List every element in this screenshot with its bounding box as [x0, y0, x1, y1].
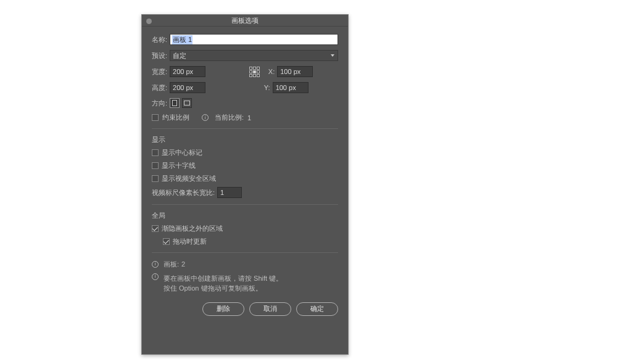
name-label: 名称:	[152, 35, 167, 44]
height-input[interactable]	[170, 82, 205, 93]
orientation-landscape-button[interactable]	[182, 98, 192, 108]
pixel-ratio-input[interactable]	[217, 187, 242, 198]
divider	[152, 128, 338, 129]
show-crosshairs-checkbox[interactable]	[152, 162, 159, 169]
cancel-button[interactable]: 取消	[249, 302, 291, 316]
reference-point-grid[interactable]	[249, 67, 260, 77]
hint-line-1: 要在画板中创建新画板，请按 Shift 键。	[164, 273, 283, 284]
reference-point-center[interactable]	[253, 70, 256, 73]
delete-button[interactable]: 删除	[202, 302, 244, 316]
show-safe-area-checkbox[interactable]	[152, 175, 159, 182]
show-center-mark-checkbox[interactable]	[152, 149, 159, 156]
x-input[interactable]	[277, 66, 313, 77]
hint-line-2: 按住 Option 键拖动可复制画板。	[164, 283, 283, 294]
constrain-label: 约束比例	[162, 113, 189, 122]
divider	[152, 252, 338, 253]
ratio-value: 1	[247, 114, 251, 122]
x-label: X:	[268, 68, 275, 75]
width-input[interactable]	[170, 66, 205, 77]
divider	[152, 204, 338, 205]
global-section-title: 全局	[152, 211, 338, 220]
artboard-count-label: 画板:	[164, 259, 179, 270]
fade-outside-label: 渐隐画板之外的区域	[162, 224, 223, 233]
landscape-icon	[184, 101, 190, 105]
info-icon: i	[152, 273, 159, 280]
portrait-icon	[172, 100, 177, 106]
fade-outside-checkbox[interactable]	[152, 225, 159, 232]
pixel-ratio-label: 视频标尺像素长宽比:	[152, 188, 215, 197]
show-safe-area-label: 显示视频安全区域	[162, 174, 216, 183]
titlebar[interactable]: 画板选项	[142, 15, 348, 27]
show-center-mark-label: 显示中心标记	[162, 148, 202, 157]
orient-label: 方向:	[152, 99, 167, 108]
dialog-title: 画板选项	[231, 16, 259, 25]
close-icon[interactable]	[146, 19, 152, 24]
show-crosshairs-label: 显示十字线	[162, 161, 196, 170]
ok-button[interactable]: 确定	[296, 302, 338, 316]
display-section-title: 显示	[152, 135, 338, 144]
constrain-checkbox[interactable]	[152, 114, 159, 121]
width-label: 宽度:	[152, 67, 167, 77]
update-drag-label: 拖动时更新	[173, 237, 207, 246]
preset-label: 预设:	[152, 51, 167, 60]
y-input[interactable]	[273, 82, 308, 93]
y-label: Y:	[264, 84, 270, 91]
orientation-portrait-button[interactable]	[170, 98, 180, 108]
artboard-options-dialog: 画板选项 名称: 画板 1 预设: 自定 宽度:	[141, 14, 349, 355]
ratio-label: 当前比例:	[215, 113, 244, 122]
info-icon: i	[202, 114, 209, 121]
name-input[interactable]: 画板 1	[170, 34, 338, 45]
info-icon: i	[152, 261, 159, 268]
preset-select[interactable]: 自定	[170, 50, 338, 61]
update-drag-checkbox[interactable]	[163, 238, 170, 245]
artboard-count-value: 2	[181, 259, 185, 270]
height-label: 高度:	[152, 83, 167, 93]
